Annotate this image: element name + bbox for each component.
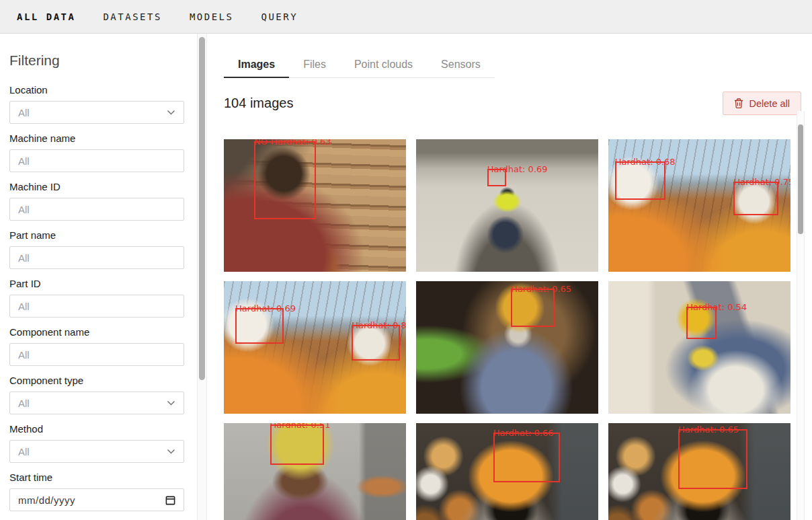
nav-item-models[interactable]: MODELS <box>190 11 234 22</box>
detection-box: Hardhat: 0.68 <box>615 161 665 200</box>
nav-item-query[interactable]: QUERY <box>261 11 298 22</box>
filter-group-component-name: Component name <box>9 327 197 366</box>
filter-label-component-name: Component name <box>9 327 197 338</box>
filter-group-location: LocationAll <box>9 85 197 124</box>
part-id-input[interactable] <box>9 295 184 318</box>
image-thumbnail[interactable]: Hardhat: 0.51 <box>224 423 406 520</box>
detection-box: Hardhat: 0.69 <box>235 308 284 344</box>
filter-label-method: Method <box>9 424 197 435</box>
detection-label: Hardhat: 0.69 <box>487 165 548 174</box>
component-name-input[interactable] <box>9 343 184 366</box>
filter-group-machine-id: Machine ID <box>9 182 197 221</box>
method-select[interactable]: All <box>9 440 184 463</box>
tab-bar: ImagesFilesPoint cloudsSensors <box>224 52 495 78</box>
detection-box: Hardhat: 0.51 <box>270 424 324 465</box>
detection-box: Hardhat: 0.54 <box>686 307 717 339</box>
filter-label-start-time: Start time <box>9 472 197 483</box>
tab-images[interactable]: Images <box>224 52 289 78</box>
filter-label-machine-name: Machine name <box>9 133 197 144</box>
detection-label: NO-Hardhat: 0.63 <box>254 139 331 146</box>
detection-box: Hardhat: 0.66 <box>493 433 560 482</box>
start-time-date-input[interactable]: mm/dd/yyyy <box>9 488 184 511</box>
tab-sensors[interactable]: Sensors <box>427 52 495 78</box>
count-row: 104 images Delete all <box>224 91 812 115</box>
detection-box: Hardhat: 0.69 <box>487 169 506 186</box>
detection-label: Hardhat: 0.69 <box>235 304 296 313</box>
tab-point-clouds[interactable]: Point clouds <box>340 52 427 78</box>
detection-box: NO-Hardhat: 0.63 <box>254 141 316 219</box>
part-name-input[interactable] <box>9 246 184 269</box>
nav-item-datasets[interactable]: DATASETS <box>103 11 161 22</box>
filter-sidebar: Filtering LocationAllMachine nameMachine… <box>0 34 197 520</box>
filtering-title: Filtering <box>9 52 197 69</box>
filter-group-part-name: Part name <box>9 230 197 269</box>
filter-group-start-time: Start timemm/dd/yyyy <box>9 472 197 511</box>
image-thumbnail[interactable]: Hardhat: 0.68Hardhat: 0.75 <box>608 139 790 272</box>
top-nav: ALL DATADATASETSMODELSQUERY <box>0 0 812 34</box>
detection-box: Hardhat: 0.65 <box>678 429 747 489</box>
image-thumbnail[interactable]: Hardhat: 0.66 <box>416 423 598 520</box>
content-area: Filtering LocationAllMachine nameMachine… <box>0 34 812 520</box>
start-time-date-value: mm/dd/yyyy <box>18 494 75 506</box>
detection-box: Hardhat: 0.75 <box>733 182 778 215</box>
delete-all-label: Delete all <box>749 98 790 109</box>
calendar-icon <box>165 495 175 505</box>
machine-id-input[interactable] <box>9 198 184 221</box>
chevron-down-icon <box>167 110 175 115</box>
location-select[interactable]: All <box>9 101 184 124</box>
filter-group-part-id: Part ID <box>9 278 197 318</box>
delete-all-button[interactable]: Delete all <box>723 91 801 115</box>
main-scrollbar-thumb[interactable] <box>798 124 803 234</box>
image-count: 104 images <box>224 96 293 111</box>
chevron-down-icon <box>167 449 175 454</box>
component-type-selected-value: All <box>18 398 30 409</box>
detection-box: Hardhat: 0.81 <box>352 325 400 361</box>
image-grid: NO-Hardhat: 0.63Hardhat: 0.69Hardhat: 0.… <box>224 139 812 520</box>
detection-label: Hardhat: 0.81 <box>352 321 406 330</box>
main-panel: ImagesFilesPoint cloudsSensors 104 image… <box>207 34 812 520</box>
main-scrollbar[interactable] <box>797 111 805 520</box>
detection-label: Hardhat: 0.54 <box>686 303 747 311</box>
tab-files[interactable]: Files <box>289 52 340 78</box>
image-thumbnail[interactable]: NO-Hardhat: 0.63 <box>224 139 406 272</box>
filter-label-component-type: Component type <box>9 375 197 386</box>
machine-name-input[interactable] <box>9 149 184 172</box>
filter-label-location: Location <box>9 85 197 96</box>
image-thumbnail[interactable]: Hardhat: 0.65 <box>416 281 598 414</box>
component-type-select[interactable]: All <box>9 392 184 414</box>
image-thumbnail[interactable]: Hardhat: 0.65 <box>608 423 790 520</box>
location-selected-value: All <box>18 107 30 118</box>
method-selected-value: All <box>18 446 30 457</box>
detection-label: Hardhat: 0.68 <box>615 157 676 166</box>
sidebar-scrollbar-thumb[interactable] <box>199 37 205 380</box>
filter-label-part-id: Part ID <box>9 278 197 289</box>
image-thumbnail[interactable]: Hardhat: 0.69 <box>416 139 598 272</box>
detection-label: Hardhat: 0.51 <box>270 423 331 429</box>
app-root: ALL DATADATASETSMODELSQUERY Filtering Lo… <box>0 0 812 520</box>
filter-label-machine-id: Machine ID <box>9 182 197 192</box>
filter-list: LocationAllMachine nameMachine IDPart na… <box>9 85 197 511</box>
nav-item-all-data[interactable]: ALL DATA <box>17 11 75 22</box>
chevron-down-icon <box>167 400 175 406</box>
detection-label: Hardhat: 0.75 <box>733 178 790 186</box>
sidebar-scrollbar[interactable] <box>197 34 207 520</box>
detection-box: Hardhat: 0.65 <box>511 289 555 327</box>
filter-group-method: MethodAll <box>9 424 197 463</box>
filter-label-part-name: Part name <box>9 230 197 241</box>
image-thumbnail[interactable]: Hardhat: 0.69Hardhat: 0.81 <box>224 281 406 414</box>
detection-label: Hardhat: 0.65 <box>511 285 571 293</box>
filter-group-component-type: Component typeAll <box>9 375 197 414</box>
filter-group-machine-name: Machine name <box>9 133 197 172</box>
detection-label: Hardhat: 0.65 <box>678 425 739 434</box>
image-thumbnail[interactable]: Hardhat: 0.54 <box>608 281 790 414</box>
trash-icon <box>734 98 743 109</box>
detection-label: Hardhat: 0.66 <box>493 429 554 437</box>
